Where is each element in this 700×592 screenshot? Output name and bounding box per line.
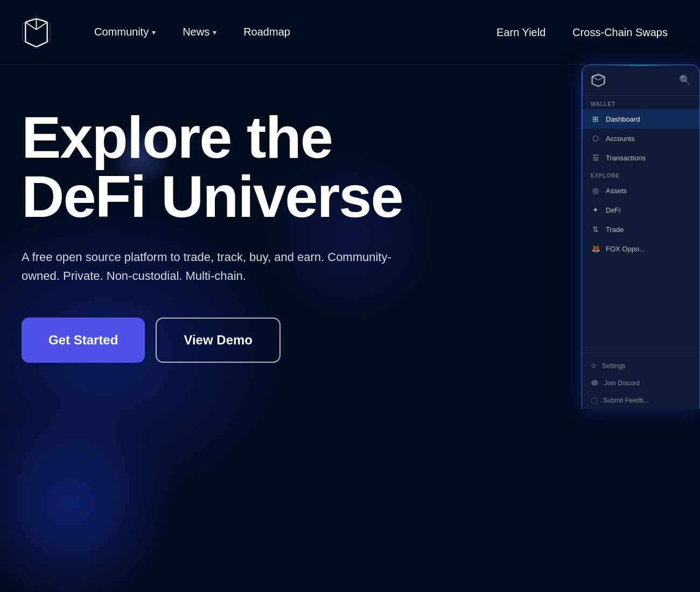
nav-right: Earn Yield Cross-Chain Swaps: [486, 20, 678, 45]
fox-icon: 🦊: [591, 244, 600, 253]
nav-cross-chain[interactable]: Cross-Chain Swaps: [562, 20, 678, 45]
news-label: News: [183, 26, 209, 38]
mockup-trade-label: Trade: [606, 225, 624, 234]
svg-line-2: [37, 22, 47, 30]
mockup-settings-label: Settings: [602, 362, 625, 370]
nav-roadmap[interactable]: Roadmap: [233, 20, 301, 44]
hero-title-line2: DeFi Universe: [22, 163, 403, 229]
mockup-assets-label: Assets: [606, 187, 627, 195]
get-started-button[interactable]: Get Started: [22, 318, 145, 363]
mockup-transactions-item[interactable]: ☰ Transactions: [582, 148, 699, 167]
hero-section: Explore the DeFi Universe A free open so…: [0, 65, 700, 592]
defi-icon: ✦: [591, 206, 600, 214]
news-chevron-icon: ▾: [213, 28, 216, 37]
nav-earn-yield[interactable]: Earn Yield: [486, 20, 556, 45]
hero-title: Explore the DeFi Universe: [22, 108, 485, 226]
mockup-trade-item[interactable]: ⇅ Trade: [582, 220, 699, 239]
logo[interactable]: [22, 15, 51, 50]
dashboard-icon: ⊞: [591, 115, 600, 123]
svg-line-1: [25, 22, 36, 30]
nav-community[interactable]: Community ▾: [83, 20, 166, 44]
navbar: Community ▾ News ▾ Roadmap Earn Yield Cr…: [0, 0, 700, 65]
app-mockup: 🔍 WALLET ⊞ Dashboard ⬡ Accounts ☰ Transa…: [582, 65, 700, 409]
trade-icon: ⇅: [591, 225, 600, 234]
feedback-icon: ◯: [591, 397, 598, 404]
hero-title-line1: Explore the: [22, 104, 332, 170]
transactions-icon: ☰: [591, 153, 600, 162]
mockup-explore-label: EXPLORE: [582, 167, 699, 181]
cross-chain-label: Cross-Chain Swaps: [572, 26, 668, 38]
accounts-icon: ⬡: [591, 134, 600, 143]
assets-icon: ◎: [591, 186, 600, 195]
view-demo-button[interactable]: View Demo: [156, 318, 281, 363]
mockup-bottom-nav: ⚙ Settings 💬 Join Discord ◯ Submit Feedb…: [582, 348, 699, 409]
discord-icon: 💬: [591, 379, 599, 387]
mockup-transactions-label: Transactions: [606, 154, 646, 162]
mockup-accounts-label: Accounts: [606, 135, 634, 143]
settings-icon: ⚙: [591, 362, 597, 370]
mockup-fox-label: FOX Oppo...: [606, 245, 645, 253]
nav-news[interactable]: News ▾: [172, 20, 227, 44]
mockup-assets-item[interactable]: ◎ Assets: [582, 181, 699, 200]
mockup-dashboard-label: Dashboard: [606, 115, 640, 123]
earn-yield-label: Earn Yield: [496, 26, 545, 38]
mockup-search-icon[interactable]: 🔍: [679, 74, 691, 86]
roadmap-label: Roadmap: [243, 26, 290, 38]
mockup-discord-label: Join Discord: [604, 379, 640, 387]
mockup-discord-item[interactable]: 💬 Join Discord: [582, 375, 699, 392]
svg-line-6: [598, 76, 604, 80]
mockup-defi-label: DeFi: [606, 206, 620, 214]
mockup-fox-item[interactable]: 🦊 FOX Oppo...: [582, 239, 699, 258]
mockup-accounts-item[interactable]: ⬡ Accounts: [582, 129, 699, 148]
hero-subtitle: A free open source platform to trade, tr…: [22, 248, 409, 285]
mockup-defi-item[interactable]: ✦ DeFi: [582, 200, 699, 220]
mockup-dashboard-item[interactable]: ⊞ Dashboard: [582, 109, 699, 129]
mockup-feedback-label: Submit Feedb...: [603, 397, 649, 404]
mockup-header: 🔍: [582, 65, 699, 96]
community-chevron-icon: ▾: [152, 28, 156, 37]
svg-line-5: [592, 76, 598, 80]
nav-links: Community ▾ News ▾ Roadmap: [83, 20, 486, 44]
mockup-wallet-label: WALLET: [582, 96, 699, 109]
mockup-settings-item[interactable]: ⚙ Settings: [582, 357, 699, 375]
community-label: Community: [94, 26, 149, 38]
mockup-feedback-item[interactable]: ◯ Submit Feedb...: [582, 392, 699, 409]
